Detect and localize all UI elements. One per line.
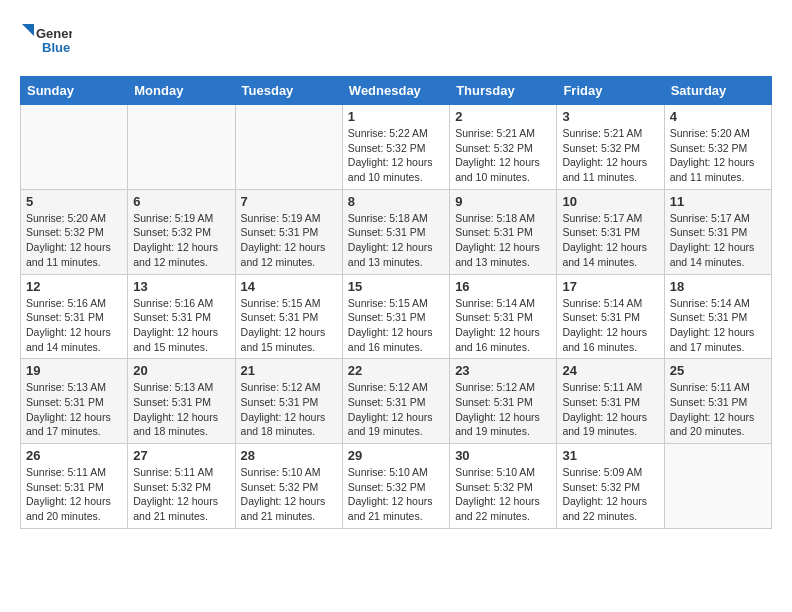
day-info: Sunrise: 5:15 AM Sunset: 5:31 PM Dayligh… xyxy=(348,296,444,355)
day-header-tuesday: Tuesday xyxy=(235,77,342,105)
calendar-cell: 13Sunrise: 5:16 AM Sunset: 5:31 PM Dayli… xyxy=(128,274,235,359)
calendar-table: SundayMondayTuesdayWednesdayThursdayFrid… xyxy=(20,76,772,529)
svg-text:Blue: Blue xyxy=(42,40,70,55)
day-info: Sunrise: 5:15 AM Sunset: 5:31 PM Dayligh… xyxy=(241,296,337,355)
day-header-wednesday: Wednesday xyxy=(342,77,449,105)
day-info: Sunrise: 5:19 AM Sunset: 5:31 PM Dayligh… xyxy=(241,211,337,270)
day-number: 12 xyxy=(26,279,122,294)
day-number: 14 xyxy=(241,279,337,294)
day-number: 30 xyxy=(455,448,551,463)
day-info: Sunrise: 5:18 AM Sunset: 5:31 PM Dayligh… xyxy=(348,211,444,270)
calendar-cell xyxy=(21,105,128,190)
day-info: Sunrise: 5:10 AM Sunset: 5:32 PM Dayligh… xyxy=(241,465,337,524)
day-header-monday: Monday xyxy=(128,77,235,105)
calendar-cell: 21Sunrise: 5:12 AM Sunset: 5:31 PM Dayli… xyxy=(235,359,342,444)
day-info: Sunrise: 5:13 AM Sunset: 5:31 PM Dayligh… xyxy=(26,380,122,439)
day-number: 27 xyxy=(133,448,229,463)
calendar-cell: 20Sunrise: 5:13 AM Sunset: 5:31 PM Dayli… xyxy=(128,359,235,444)
day-number: 11 xyxy=(670,194,766,209)
day-info: Sunrise: 5:17 AM Sunset: 5:31 PM Dayligh… xyxy=(670,211,766,270)
calendar-cell: 24Sunrise: 5:11 AM Sunset: 5:31 PM Dayli… xyxy=(557,359,664,444)
calendar-cell: 9Sunrise: 5:18 AM Sunset: 5:31 PM Daylig… xyxy=(450,189,557,274)
day-header-thursday: Thursday xyxy=(450,77,557,105)
calendar-cell: 29Sunrise: 5:10 AM Sunset: 5:32 PM Dayli… xyxy=(342,444,449,529)
day-number: 16 xyxy=(455,279,551,294)
day-info: Sunrise: 5:19 AM Sunset: 5:32 PM Dayligh… xyxy=(133,211,229,270)
calendar-cell: 28Sunrise: 5:10 AM Sunset: 5:32 PM Dayli… xyxy=(235,444,342,529)
day-info: Sunrise: 5:10 AM Sunset: 5:32 PM Dayligh… xyxy=(455,465,551,524)
day-info: Sunrise: 5:20 AM Sunset: 5:32 PM Dayligh… xyxy=(670,126,766,185)
day-info: Sunrise: 5:17 AM Sunset: 5:31 PM Dayligh… xyxy=(562,211,658,270)
page-header: GeneralBlue xyxy=(20,20,772,60)
day-info: Sunrise: 5:21 AM Sunset: 5:32 PM Dayligh… xyxy=(455,126,551,185)
day-number: 19 xyxy=(26,363,122,378)
day-info: Sunrise: 5:12 AM Sunset: 5:31 PM Dayligh… xyxy=(455,380,551,439)
calendar-cell: 15Sunrise: 5:15 AM Sunset: 5:31 PM Dayli… xyxy=(342,274,449,359)
day-info: Sunrise: 5:14 AM Sunset: 5:31 PM Dayligh… xyxy=(670,296,766,355)
day-info: Sunrise: 5:09 AM Sunset: 5:32 PM Dayligh… xyxy=(562,465,658,524)
calendar-cell: 27Sunrise: 5:11 AM Sunset: 5:32 PM Dayli… xyxy=(128,444,235,529)
calendar-cell: 4Sunrise: 5:20 AM Sunset: 5:32 PM Daylig… xyxy=(664,105,771,190)
day-number: 5 xyxy=(26,194,122,209)
day-number: 6 xyxy=(133,194,229,209)
day-info: Sunrise: 5:12 AM Sunset: 5:31 PM Dayligh… xyxy=(348,380,444,439)
day-number: 18 xyxy=(670,279,766,294)
calendar-cell: 2Sunrise: 5:21 AM Sunset: 5:32 PM Daylig… xyxy=(450,105,557,190)
day-number: 1 xyxy=(348,109,444,124)
day-number: 23 xyxy=(455,363,551,378)
day-header-sunday: Sunday xyxy=(21,77,128,105)
day-info: Sunrise: 5:11 AM Sunset: 5:32 PM Dayligh… xyxy=(133,465,229,524)
day-number: 3 xyxy=(562,109,658,124)
calendar-cell: 12Sunrise: 5:16 AM Sunset: 5:31 PM Dayli… xyxy=(21,274,128,359)
calendar-cell: 10Sunrise: 5:17 AM Sunset: 5:31 PM Dayli… xyxy=(557,189,664,274)
day-header-saturday: Saturday xyxy=(664,77,771,105)
day-info: Sunrise: 5:16 AM Sunset: 5:31 PM Dayligh… xyxy=(133,296,229,355)
day-info: Sunrise: 5:21 AM Sunset: 5:32 PM Dayligh… xyxy=(562,126,658,185)
calendar-body: 1Sunrise: 5:22 AM Sunset: 5:32 PM Daylig… xyxy=(21,105,772,529)
day-info: Sunrise: 5:11 AM Sunset: 5:31 PM Dayligh… xyxy=(26,465,122,524)
logo-icon: GeneralBlue xyxy=(20,20,72,60)
day-number: 26 xyxy=(26,448,122,463)
calendar-cell: 8Sunrise: 5:18 AM Sunset: 5:31 PM Daylig… xyxy=(342,189,449,274)
calendar-cell: 1Sunrise: 5:22 AM Sunset: 5:32 PM Daylig… xyxy=(342,105,449,190)
calendar-cell: 5Sunrise: 5:20 AM Sunset: 5:32 PM Daylig… xyxy=(21,189,128,274)
calendar-cell: 7Sunrise: 5:19 AM Sunset: 5:31 PM Daylig… xyxy=(235,189,342,274)
calendar-cell: 17Sunrise: 5:14 AM Sunset: 5:31 PM Dayli… xyxy=(557,274,664,359)
day-info: Sunrise: 5:14 AM Sunset: 5:31 PM Dayligh… xyxy=(562,296,658,355)
calendar-week-5: 26Sunrise: 5:11 AM Sunset: 5:31 PM Dayli… xyxy=(21,444,772,529)
calendar-week-2: 5Sunrise: 5:20 AM Sunset: 5:32 PM Daylig… xyxy=(21,189,772,274)
calendar-cell xyxy=(664,444,771,529)
day-info: Sunrise: 5:13 AM Sunset: 5:31 PM Dayligh… xyxy=(133,380,229,439)
day-number: 2 xyxy=(455,109,551,124)
day-number: 31 xyxy=(562,448,658,463)
logo: GeneralBlue xyxy=(20,20,72,60)
svg-marker-0 xyxy=(22,24,34,36)
calendar-cell: 26Sunrise: 5:11 AM Sunset: 5:31 PM Dayli… xyxy=(21,444,128,529)
calendar-cell: 25Sunrise: 5:11 AM Sunset: 5:31 PM Dayli… xyxy=(664,359,771,444)
calendar-cell: 18Sunrise: 5:14 AM Sunset: 5:31 PM Dayli… xyxy=(664,274,771,359)
calendar-cell xyxy=(235,105,342,190)
calendar-cell: 6Sunrise: 5:19 AM Sunset: 5:32 PM Daylig… xyxy=(128,189,235,274)
day-number: 25 xyxy=(670,363,766,378)
day-info: Sunrise: 5:11 AM Sunset: 5:31 PM Dayligh… xyxy=(670,380,766,439)
calendar-header-row: SundayMondayTuesdayWednesdayThursdayFrid… xyxy=(21,77,772,105)
day-number: 4 xyxy=(670,109,766,124)
day-number: 7 xyxy=(241,194,337,209)
day-number: 21 xyxy=(241,363,337,378)
calendar-cell: 22Sunrise: 5:12 AM Sunset: 5:31 PM Dayli… xyxy=(342,359,449,444)
day-info: Sunrise: 5:22 AM Sunset: 5:32 PM Dayligh… xyxy=(348,126,444,185)
calendar-cell: 16Sunrise: 5:14 AM Sunset: 5:31 PM Dayli… xyxy=(450,274,557,359)
day-number: 29 xyxy=(348,448,444,463)
day-number: 13 xyxy=(133,279,229,294)
day-number: 22 xyxy=(348,363,444,378)
day-number: 9 xyxy=(455,194,551,209)
calendar-cell: 11Sunrise: 5:17 AM Sunset: 5:31 PM Dayli… xyxy=(664,189,771,274)
day-info: Sunrise: 5:18 AM Sunset: 5:31 PM Dayligh… xyxy=(455,211,551,270)
calendar-cell: 14Sunrise: 5:15 AM Sunset: 5:31 PM Dayli… xyxy=(235,274,342,359)
day-info: Sunrise: 5:12 AM Sunset: 5:31 PM Dayligh… xyxy=(241,380,337,439)
calendar-week-1: 1Sunrise: 5:22 AM Sunset: 5:32 PM Daylig… xyxy=(21,105,772,190)
calendar-cell: 3Sunrise: 5:21 AM Sunset: 5:32 PM Daylig… xyxy=(557,105,664,190)
calendar-cell: 19Sunrise: 5:13 AM Sunset: 5:31 PM Dayli… xyxy=(21,359,128,444)
calendar-week-3: 12Sunrise: 5:16 AM Sunset: 5:31 PM Dayli… xyxy=(21,274,772,359)
day-number: 24 xyxy=(562,363,658,378)
